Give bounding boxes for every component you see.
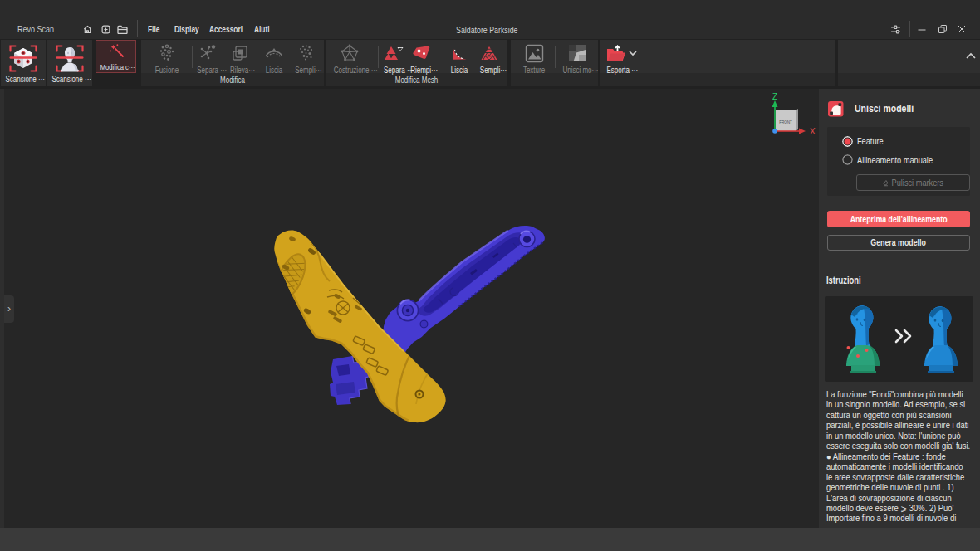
svg-text:X: X	[810, 127, 816, 136]
svg-text:Z: Z	[772, 92, 777, 101]
svg-text:FRONT: FRONT	[779, 120, 792, 124]
